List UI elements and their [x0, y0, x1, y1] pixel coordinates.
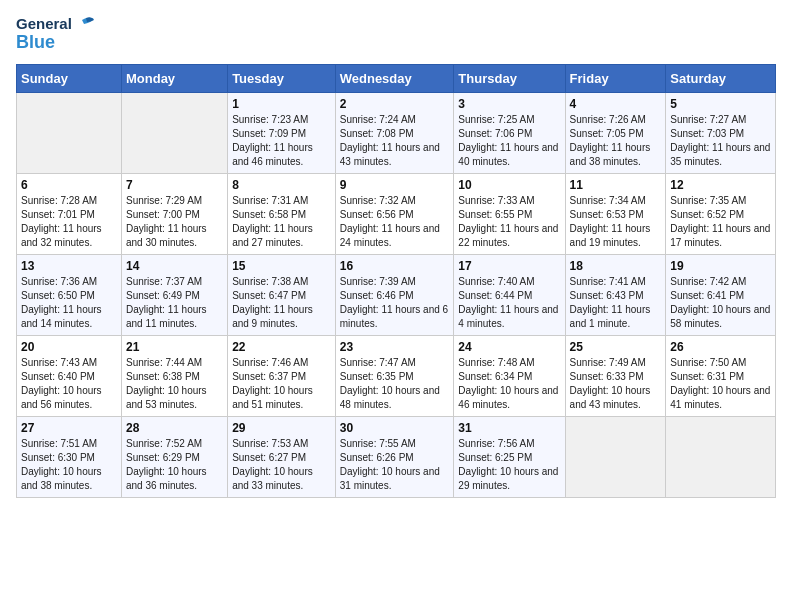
calendar-cell: 27Sunrise: 7:51 AMSunset: 6:30 PMDayligh…	[17, 417, 122, 498]
calendar-cell: 23Sunrise: 7:47 AMSunset: 6:35 PMDayligh…	[335, 336, 454, 417]
day-info: Sunrise: 7:52 AMSunset: 6:29 PMDaylight:…	[126, 437, 223, 493]
calendar-week-3: 20Sunrise: 7:43 AMSunset: 6:40 PMDayligh…	[17, 336, 776, 417]
day-info: Sunrise: 7:53 AMSunset: 6:27 PMDaylight:…	[232, 437, 331, 493]
calendar-cell	[666, 417, 776, 498]
calendar-cell: 16Sunrise: 7:39 AMSunset: 6:46 PMDayligh…	[335, 255, 454, 336]
calendar-week-1: 6Sunrise: 7:28 AMSunset: 7:01 PMDaylight…	[17, 174, 776, 255]
calendar-cell: 10Sunrise: 7:33 AMSunset: 6:55 PMDayligh…	[454, 174, 565, 255]
day-info: Sunrise: 7:23 AMSunset: 7:09 PMDaylight:…	[232, 113, 331, 169]
calendar-cell: 9Sunrise: 7:32 AMSunset: 6:56 PMDaylight…	[335, 174, 454, 255]
calendar-cell	[565, 417, 666, 498]
day-number: 31	[458, 421, 560, 435]
day-info: Sunrise: 7:56 AMSunset: 6:25 PMDaylight:…	[458, 437, 560, 493]
calendar-cell: 17Sunrise: 7:40 AMSunset: 6:44 PMDayligh…	[454, 255, 565, 336]
day-number: 1	[232, 97, 331, 111]
calendar-cell: 29Sunrise: 7:53 AMSunset: 6:27 PMDayligh…	[228, 417, 336, 498]
calendar-cell: 20Sunrise: 7:43 AMSunset: 6:40 PMDayligh…	[17, 336, 122, 417]
day-info: Sunrise: 7:33 AMSunset: 6:55 PMDaylight:…	[458, 194, 560, 250]
day-number: 17	[458, 259, 560, 273]
logo: General Blue	[16, 16, 94, 52]
day-header-sunday: Sunday	[17, 65, 122, 93]
calendar-cell: 11Sunrise: 7:34 AMSunset: 6:53 PMDayligh…	[565, 174, 666, 255]
day-number: 28	[126, 421, 223, 435]
day-number: 30	[340, 421, 450, 435]
day-number: 12	[670, 178, 771, 192]
day-info: Sunrise: 7:39 AMSunset: 6:46 PMDaylight:…	[340, 275, 450, 331]
day-number: 7	[126, 178, 223, 192]
day-info: Sunrise: 7:44 AMSunset: 6:38 PMDaylight:…	[126, 356, 223, 412]
day-number: 6	[21, 178, 117, 192]
day-number: 23	[340, 340, 450, 354]
day-number: 11	[570, 178, 662, 192]
calendar-cell	[17, 93, 122, 174]
logo-bird-icon	[74, 16, 94, 32]
day-info: Sunrise: 7:48 AMSunset: 6:34 PMDaylight:…	[458, 356, 560, 412]
day-info: Sunrise: 7:29 AMSunset: 7:00 PMDaylight:…	[126, 194, 223, 250]
calendar-cell: 3Sunrise: 7:25 AMSunset: 7:06 PMDaylight…	[454, 93, 565, 174]
logo-blue-text: Blue	[16, 33, 55, 53]
day-number: 13	[21, 259, 117, 273]
calendar-cell: 14Sunrise: 7:37 AMSunset: 6:49 PMDayligh…	[121, 255, 227, 336]
day-info: Sunrise: 7:28 AMSunset: 7:01 PMDaylight:…	[21, 194, 117, 250]
day-header-thursday: Thursday	[454, 65, 565, 93]
calendar-cell	[121, 93, 227, 174]
calendar-week-2: 13Sunrise: 7:36 AMSunset: 6:50 PMDayligh…	[17, 255, 776, 336]
day-header-wednesday: Wednesday	[335, 65, 454, 93]
day-number: 21	[126, 340, 223, 354]
day-info: Sunrise: 7:36 AMSunset: 6:50 PMDaylight:…	[21, 275, 117, 331]
day-info: Sunrise: 7:38 AMSunset: 6:47 PMDaylight:…	[232, 275, 331, 331]
day-number: 10	[458, 178, 560, 192]
day-info: Sunrise: 7:26 AMSunset: 7:05 PMDaylight:…	[570, 113, 662, 169]
day-header-friday: Friday	[565, 65, 666, 93]
calendar-header-row: SundayMondayTuesdayWednesdayThursdayFrid…	[17, 65, 776, 93]
day-header-tuesday: Tuesday	[228, 65, 336, 93]
calendar-cell: 4Sunrise: 7:26 AMSunset: 7:05 PMDaylight…	[565, 93, 666, 174]
calendar-cell: 18Sunrise: 7:41 AMSunset: 6:43 PMDayligh…	[565, 255, 666, 336]
calendar-cell: 30Sunrise: 7:55 AMSunset: 6:26 PMDayligh…	[335, 417, 454, 498]
day-info: Sunrise: 7:42 AMSunset: 6:41 PMDaylight:…	[670, 275, 771, 331]
day-number: 19	[670, 259, 771, 273]
day-number: 4	[570, 97, 662, 111]
day-number: 26	[670, 340, 771, 354]
day-info: Sunrise: 7:24 AMSunset: 7:08 PMDaylight:…	[340, 113, 450, 169]
day-info: Sunrise: 7:31 AMSunset: 6:58 PMDaylight:…	[232, 194, 331, 250]
day-header-monday: Monday	[121, 65, 227, 93]
day-number: 16	[340, 259, 450, 273]
day-info: Sunrise: 7:37 AMSunset: 6:49 PMDaylight:…	[126, 275, 223, 331]
calendar-cell: 31Sunrise: 7:56 AMSunset: 6:25 PMDayligh…	[454, 417, 565, 498]
calendar-cell: 2Sunrise: 7:24 AMSunset: 7:08 PMDaylight…	[335, 93, 454, 174]
calendar-body: 1Sunrise: 7:23 AMSunset: 7:09 PMDaylight…	[17, 93, 776, 498]
day-number: 3	[458, 97, 560, 111]
day-number: 2	[340, 97, 450, 111]
calendar-cell: 13Sunrise: 7:36 AMSunset: 6:50 PMDayligh…	[17, 255, 122, 336]
calendar-cell: 21Sunrise: 7:44 AMSunset: 6:38 PMDayligh…	[121, 336, 227, 417]
calendar-cell: 1Sunrise: 7:23 AMSunset: 7:09 PMDaylight…	[228, 93, 336, 174]
calendar-cell: 5Sunrise: 7:27 AMSunset: 7:03 PMDaylight…	[666, 93, 776, 174]
day-info: Sunrise: 7:55 AMSunset: 6:26 PMDaylight:…	[340, 437, 450, 493]
calendar-cell: 22Sunrise: 7:46 AMSunset: 6:37 PMDayligh…	[228, 336, 336, 417]
calendar-cell: 25Sunrise: 7:49 AMSunset: 6:33 PMDayligh…	[565, 336, 666, 417]
calendar-cell: 28Sunrise: 7:52 AMSunset: 6:29 PMDayligh…	[121, 417, 227, 498]
page-header: General Blue	[16, 16, 776, 52]
logo-general-text: General	[16, 16, 72, 33]
day-number: 5	[670, 97, 771, 111]
day-number: 27	[21, 421, 117, 435]
calendar-cell: 26Sunrise: 7:50 AMSunset: 6:31 PMDayligh…	[666, 336, 776, 417]
day-info: Sunrise: 7:35 AMSunset: 6:52 PMDaylight:…	[670, 194, 771, 250]
day-info: Sunrise: 7:41 AMSunset: 6:43 PMDaylight:…	[570, 275, 662, 331]
day-number: 24	[458, 340, 560, 354]
day-info: Sunrise: 7:50 AMSunset: 6:31 PMDaylight:…	[670, 356, 771, 412]
day-info: Sunrise: 7:49 AMSunset: 6:33 PMDaylight:…	[570, 356, 662, 412]
calendar-cell: 7Sunrise: 7:29 AMSunset: 7:00 PMDaylight…	[121, 174, 227, 255]
day-info: Sunrise: 7:46 AMSunset: 6:37 PMDaylight:…	[232, 356, 331, 412]
calendar-cell: 24Sunrise: 7:48 AMSunset: 6:34 PMDayligh…	[454, 336, 565, 417]
day-number: 14	[126, 259, 223, 273]
day-info: Sunrise: 7:32 AMSunset: 6:56 PMDaylight:…	[340, 194, 450, 250]
calendar-cell: 6Sunrise: 7:28 AMSunset: 7:01 PMDaylight…	[17, 174, 122, 255]
calendar-cell: 19Sunrise: 7:42 AMSunset: 6:41 PMDayligh…	[666, 255, 776, 336]
day-number: 22	[232, 340, 331, 354]
calendar-cell: 12Sunrise: 7:35 AMSunset: 6:52 PMDayligh…	[666, 174, 776, 255]
day-number: 8	[232, 178, 331, 192]
day-number: 25	[570, 340, 662, 354]
day-info: Sunrise: 7:47 AMSunset: 6:35 PMDaylight:…	[340, 356, 450, 412]
